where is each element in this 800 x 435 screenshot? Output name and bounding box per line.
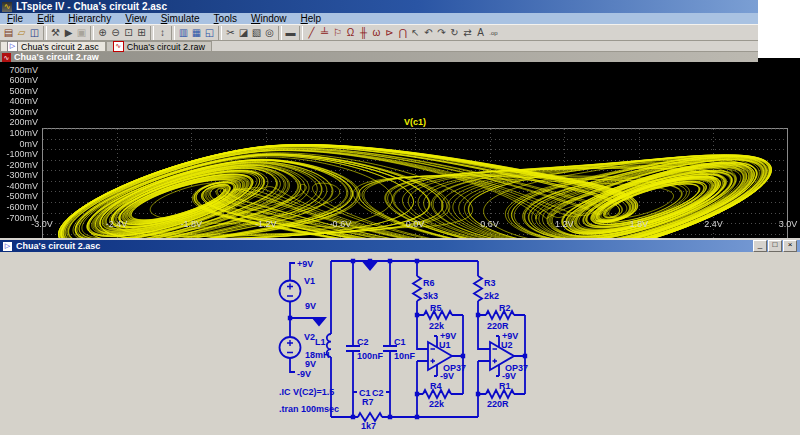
tab-schematic[interactable]: ▷ Chua's circuit 2.asc	[0, 41, 106, 51]
label-r3[interactable]: R3	[484, 278, 496, 288]
copy-icon[interactable]: ◪	[237, 26, 250, 40]
zoom-area-icon[interactable]: ⊡	[122, 26, 135, 40]
text-icon[interactable]: A	[474, 26, 487, 40]
spice-directive-icon[interactable]: .op	[487, 26, 500, 40]
directive-ic[interactable]: .IC V(C2)=1.5	[279, 387, 334, 397]
move-icon[interactable]: ↖	[409, 26, 422, 40]
inductor-icon[interactable]: ω	[370, 26, 383, 40]
cut-icon[interactable]: ✂	[224, 26, 237, 40]
menu-item-hierarchy[interactable]: Hierarchy	[61, 13, 118, 24]
menu-item-view[interactable]: View	[118, 13, 154, 24]
autorange-y-axis-icon[interactable]: ↕	[156, 26, 169, 40]
tile-vertically-icon[interactable]: ▥	[177, 26, 190, 40]
undo-icon[interactable]: ↶	[422, 26, 435, 40]
menu-item-tools[interactable]: Tools	[207, 13, 244, 24]
wire-icon[interactable]: ╱	[305, 26, 318, 40]
label-v2[interactable]: V2	[304, 332, 315, 342]
diode-icon[interactable]: ⊳	[383, 26, 396, 40]
find-icon[interactable]: ◎	[263, 26, 276, 40]
zoom-out-icon[interactable]: ⊖	[109, 26, 122, 40]
resistor-r3[interactable]	[474, 276, 482, 301]
label-r2[interactable]: R2	[499, 303, 511, 313]
trace-legend[interactable]: V(c1)	[42, 117, 788, 127]
restore-button[interactable]: □	[768, 240, 782, 252]
net-label-icon[interactable]: ⚐	[331, 26, 344, 40]
toolbar-separator	[43, 26, 47, 40]
label-r4[interactable]: R4	[430, 381, 442, 391]
title-bar[interactable]: ∿ LTspice IV - Chua's circuit 2.asc	[0, 0, 758, 13]
cascade-windows-icon[interactable]: ◱	[203, 26, 216, 40]
minimize-button[interactable]: _	[753, 240, 767, 252]
menu-item-simulate[interactable]: Simulate	[154, 13, 207, 24]
value-r3[interactable]: 2k2	[484, 291, 499, 301]
schematic-canvas[interactable]: V1 9V V2 9V L1 18mH C2 100nF C1 10nF R6 …	[0, 252, 800, 435]
value-r1[interactable]: 220R	[487, 399, 509, 409]
value-r7[interactable]: 1k7	[361, 421, 376, 431]
resistor-r4[interactable]	[423, 390, 451, 398]
capacitor-icon[interactable]: ╫	[357, 26, 370, 40]
tab-waveform[interactable]: ∿ Chua's circuit 2.raw	[106, 41, 212, 51]
label-v1[interactable]: V1	[304, 276, 315, 286]
new-schematic-icon[interactable]: ▤	[2, 26, 15, 40]
redo-icon[interactable]: ↷	[435, 26, 448, 40]
u2-vplus-flag[interactable]: +9V	[502, 331, 518, 341]
ground-icon[interactable]: ╧	[318, 26, 331, 40]
label-c2[interactable]: C2	[357, 337, 369, 347]
tile-horizontally-icon[interactable]: ▦	[190, 26, 203, 40]
resistor-r6[interactable]	[413, 276, 421, 301]
label-r6[interactable]: R6	[423, 278, 435, 288]
resistor-r1[interactable]	[486, 390, 514, 398]
menu-item-file[interactable]: File	[0, 13, 30, 24]
close-button[interactable]: ×	[783, 240, 797, 252]
value-r4[interactable]: 22k	[429, 399, 445, 409]
open-file-icon[interactable]: ▱	[15, 26, 28, 40]
menu-item-edit[interactable]: Edit	[30, 13, 61, 24]
label-u1[interactable]: U1	[439, 340, 451, 350]
x-axis-tick-label: 2.4V	[693, 220, 733, 229]
voltage-source-v2[interactable]	[280, 337, 301, 358]
label-r7[interactable]: R7	[362, 397, 374, 407]
run-simulation-icon[interactable]: ▶	[62, 26, 75, 40]
label-r1[interactable]: R1	[499, 381, 511, 391]
u2-vminus-flag[interactable]: -9V	[502, 371, 516, 381]
ground-icon[interactable]	[313, 263, 376, 326]
voltage-source-v1[interactable]	[280, 281, 301, 302]
label-c1[interactable]: C1	[394, 337, 406, 347]
value-c1[interactable]: 10nF	[394, 351, 416, 361]
mirror-icon[interactable]: ⇄	[461, 26, 474, 40]
label-r5[interactable]: R5	[430, 303, 442, 313]
component-icon[interactable]: ⋂	[396, 26, 409, 40]
zoom-full-extents-icon[interactable]: ⊞	[135, 26, 148, 40]
u1-vminus-flag[interactable]: -9V	[440, 371, 454, 381]
menu-item-window[interactable]: Window	[244, 13, 294, 24]
value-v1[interactable]: 9V	[305, 301, 316, 311]
control-panel-icon[interactable]: ⚒	[49, 26, 62, 40]
label-l1[interactable]: L1	[315, 337, 326, 347]
net-flag-vminus[interactable]: -9V	[297, 369, 311, 379]
schematic-window-caption[interactable]: ▷ Chua's circuit 2.asc _ □ ×	[0, 240, 800, 252]
value-r6[interactable]: 3k3	[423, 291, 438, 301]
label-u2[interactable]: U2	[501, 340, 513, 350]
x-axis-tick-label: 3.0V	[768, 220, 800, 229]
save-icon[interactable]: ◫	[28, 26, 41, 40]
value-v2[interactable]: 9V	[305, 359, 316, 369]
directive-tran[interactable]: .tran 100msec	[279, 404, 339, 414]
resistor-r7[interactable]	[358, 413, 382, 421]
menu-item-help[interactable]: Help	[294, 13, 329, 24]
resistor-icon[interactable]: Ω	[344, 26, 357, 40]
print-icon[interactable]: ▬	[284, 26, 297, 40]
paste-icon[interactable]: ▧	[250, 26, 263, 40]
value-c2[interactable]: 100nF	[357, 351, 384, 361]
net-flag-c1[interactable]: C1	[359, 388, 371, 398]
waveform-window-caption[interactable]: ∿ Chua's circuit 2.raw	[0, 52, 758, 62]
zoom-in-icon[interactable]: ⊕	[96, 26, 109, 40]
value-r2[interactable]: 220R	[487, 321, 509, 331]
tab-label: Chua's circuit 2.raw	[127, 42, 205, 52]
halt-simulation-icon[interactable]: ▣	[75, 26, 88, 40]
u1-vplus-flag[interactable]: +9V	[440, 331, 456, 341]
value-r5[interactable]: 22k	[429, 321, 445, 331]
net-flag-c2[interactable]: C2	[372, 388, 384, 398]
rotate-icon[interactable]: ↻	[448, 26, 461, 40]
net-flag-vplus[interactable]: +9V	[297, 259, 313, 269]
value-l1[interactable]: 18mH	[305, 350, 330, 360]
